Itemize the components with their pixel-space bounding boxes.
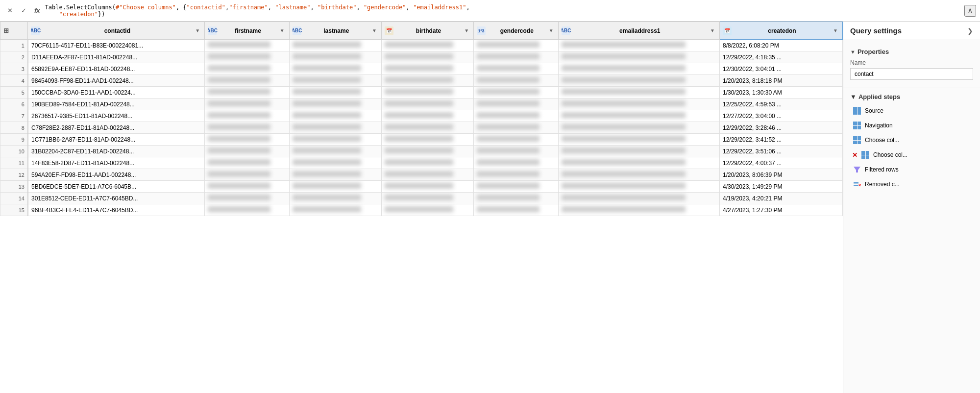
- cell-firstname: [205, 134, 290, 146]
- cell-contactid: 96BF4B3C-FFE4-ED11-A7C7-6045BD...: [28, 204, 205, 216]
- qs-title: Query settings: [850, 26, 902, 35]
- th-contactid[interactable]: ABC contactid ▼: [28, 22, 205, 40]
- cell-gendercode: [474, 110, 559, 122]
- cell-createdon: 4/30/2023, 1:49:29 PM: [719, 181, 842, 193]
- cell-emailaddress1: [558, 193, 719, 204]
- lastname-filter-btn[interactable]: ▼: [370, 27, 378, 35]
- step-x-mark-choose_col_2[interactable]: ✕: [852, 151, 858, 159]
- cell-gendercode: [474, 146, 559, 157]
- qs-applied-steps-header[interactable]: ▼ Applied steps: [850, 93, 973, 100]
- th-gendercode-label: gendercode: [489, 27, 545, 34]
- step-icon-filtered_rows: [852, 165, 862, 174]
- createdon-filter-btn[interactable]: ▼: [832, 27, 839, 35]
- qs-properties-header[interactable]: ▼ Properties: [850, 48, 973, 55]
- cell-gendercode: [474, 87, 559, 98]
- birthdate-filter-btn[interactable]: ▼: [463, 27, 470, 35]
- cancel-formula-btn[interactable]: ✕: [4, 5, 16, 17]
- cell-contactid: 26736517-9385-ED11-81AD-002248...: [28, 110, 205, 122]
- qs-properties-label: Properties: [858, 48, 889, 55]
- accept-formula-btn[interactable]: ✓: [18, 5, 29, 17]
- row-number: 7: [0, 110, 28, 122]
- properties-chevron-icon: ▼: [850, 49, 856, 55]
- th-firstname-label: firstname: [220, 27, 276, 34]
- cell-birthdate: [381, 193, 473, 204]
- th-gendercode[interactable]: 1²3 gendercode ▼: [474, 22, 559, 40]
- table-row: 2D11AEEDA-2F87-ED11-81AD-002248...12/29/…: [0, 51, 843, 63]
- qs-divider: [843, 88, 980, 88]
- cell-contactid: C78F28E2-2887-ED11-81AD-002248...: [28, 122, 205, 134]
- cell-firstname: [205, 157, 290, 169]
- cell-birthdate: [381, 75, 473, 87]
- cell-lastname: [289, 122, 381, 134]
- cell-birthdate: [381, 204, 473, 216]
- step-label-navigation: Navigation: [865, 122, 958, 129]
- gendercode-icon: 1²3: [477, 26, 486, 35]
- step-item-removed_c[interactable]: ×Removed c...: [850, 177, 973, 192]
- gendercode-filter-btn[interactable]: ▼: [547, 27, 555, 35]
- step-item-navigation[interactable]: Navigation⚙: [850, 118, 973, 133]
- cell-contactid: 190BED89-7584-ED11-81AD-002248...: [28, 98, 205, 110]
- step-label-choose_col_2: Choose col...: [873, 151, 958, 158]
- formula-input-area[interactable]: Table.SelectColumns(#"Choose columns", {…: [45, 4, 961, 18]
- cell-emailaddress1: [558, 87, 719, 98]
- step-icon-choose_col_1: [852, 135, 862, 145]
- cell-contactid: 150CCBAD-3DA0-ED11-AAD1-00224...: [28, 87, 205, 98]
- cell-createdon: 1/30/2023, 1:30:30 AM: [719, 87, 842, 98]
- contactid-icon: ABC: [31, 26, 40, 35]
- cell-firstname: [205, 51, 290, 63]
- th-emailaddress1[interactable]: ABC emailaddress1 ▼: [558, 22, 719, 40]
- cell-firstname: [205, 204, 290, 216]
- steps-list: Source⚙Navigation⚙Choose col...⚙✕Choose …: [850, 103, 973, 192]
- collapse-formula-btn[interactable]: ∧: [964, 5, 976, 17]
- step-item-source[interactable]: Source⚙: [850, 103, 973, 118]
- qs-name-input[interactable]: [850, 68, 973, 80]
- qs-collapse-btn[interactable]: ❯: [967, 27, 973, 35]
- cell-firstname: [205, 87, 290, 98]
- table-row: 5150CCBAD-3DA0-ED11-AAD1-00224...1/30/20…: [0, 87, 843, 98]
- cell-gendercode: [474, 193, 559, 204]
- cell-emailaddress1: [558, 98, 719, 110]
- th-createdon[interactable]: 📅 createdon ▼: [719, 22, 842, 40]
- th-lastname[interactable]: ABC lastname ▼: [289, 22, 381, 40]
- cell-firstname: [205, 110, 290, 122]
- row-number: 10: [0, 146, 28, 157]
- fx-label: fx: [32, 7, 42, 14]
- cell-gendercode: [474, 204, 559, 216]
- svg-text:×: ×: [858, 183, 861, 188]
- step-item-choose_col_1[interactable]: Choose col...⚙: [850, 133, 973, 147]
- contactid-filter-btn[interactable]: ▼: [194, 27, 201, 35]
- step-label-choose_col_1: Choose col...: [865, 137, 958, 144]
- th-firstname[interactable]: ABC firstname ▼: [205, 22, 290, 40]
- table-row: 91C771BB6-2A87-ED11-81AD-002248...12/29/…: [0, 134, 843, 146]
- data-table: ⊞ ABC contactid ▼ ABC: [0, 22, 843, 216]
- cell-gendercode: [474, 134, 559, 146]
- qs-properties-section: ▼ Properties Name: [843, 45, 980, 83]
- cell-contactid: 65892E9A-EE87-ED11-81AD-002248...: [28, 63, 205, 75]
- lastname-icon: ABC: [293, 26, 301, 35]
- cell-lastname: [289, 146, 381, 157]
- formula-bar-actions: ✕ ✓: [4, 5, 29, 17]
- th-rownum: ⊞: [0, 22, 28, 40]
- cell-emailaddress1: [558, 204, 719, 216]
- cell-firstname: [205, 98, 290, 110]
- row-number: 15: [0, 204, 28, 216]
- qs-header: Query settings ❯: [843, 22, 980, 40]
- cell-contactid: 5BD6EDCE-5DE7-ED11-A7C6-6045B...: [28, 181, 205, 193]
- cell-birthdate: [381, 169, 473, 181]
- qs-name-label: Name: [850, 59, 973, 66]
- qs-body: ▼ Properties Name ▼ Applied steps Source…: [843, 40, 980, 393]
- emailaddress1-filter-btn[interactable]: ▼: [709, 27, 716, 35]
- cell-createdon: 12/29/2022, 4:00:37 ...: [719, 157, 842, 169]
- grid-scroll[interactable]: ⊞ ABC contactid ▼ ABC: [0, 22, 843, 393]
- row-number: 12: [0, 169, 28, 181]
- step-item-filtered_rows[interactable]: Filtered rows⚙: [850, 162, 973, 177]
- cell-lastname: [289, 63, 381, 75]
- cell-firstname: [205, 63, 290, 75]
- th-birthdate[interactable]: 📅 birthdate ▼: [381, 22, 473, 40]
- main-area: ⊞ ABC contactid ▼ ABC: [0, 22, 980, 393]
- cell-lastname: [289, 134, 381, 146]
- firstname-filter-btn[interactable]: ▼: [278, 27, 286, 35]
- row-number: 4: [0, 75, 28, 87]
- svg-rect-1: [854, 182, 858, 184]
- step-item-choose_col_2[interactable]: ✕Choose col...⚙: [850, 147, 973, 162]
